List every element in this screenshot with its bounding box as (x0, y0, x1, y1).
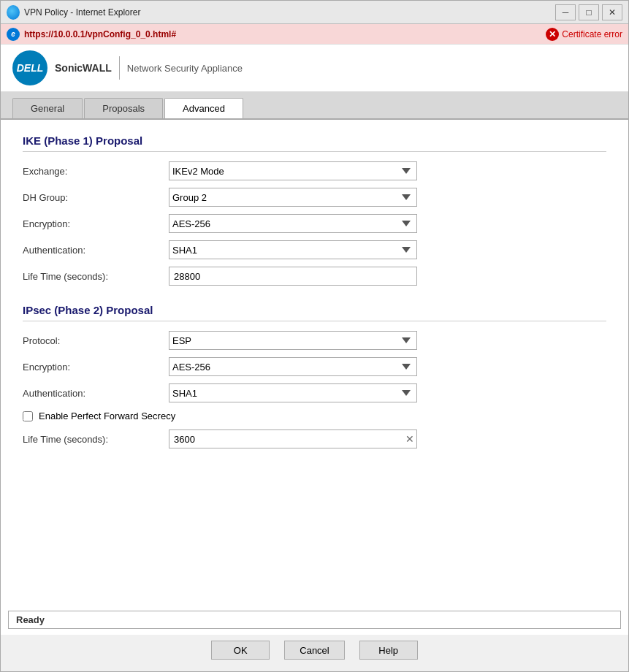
phase2-encryption-label: Encryption: (23, 362, 169, 373)
phase2-encryption-select[interactable]: DES 3DES AES-128 AES-192 AES-256 (169, 357, 417, 376)
protocol-row: Protocol: ESP AH (23, 330, 606, 351)
phase2-lifetime-control: ✕ (169, 429, 417, 448)
phase2-lifetime-input[interactable] (169, 429, 417, 448)
sonicwall-text: SonicWALL (55, 62, 112, 74)
phase2-encryption-row: Encryption: DES 3DES AES-128 AES-192 AES… (23, 356, 606, 377)
phase2-header: IPsec (Phase 2) Proposal (23, 304, 606, 321)
phase2-encryption-control: DES 3DES AES-128 AES-192 AES-256 (169, 357, 417, 376)
tab-general[interactable]: General (12, 98, 83, 118)
phase2-lifetime-wrapper: ✕ (169, 429, 417, 448)
dh-group-control: Group 1 Group 2 Group 5 Group 14 (169, 188, 417, 207)
exchange-row: Exchange: IKEv2 Mode IKEv1 Mode Aggressi… (23, 161, 606, 181)
phase2-auth-label: Authentication: (23, 388, 169, 399)
tabs: General Proposals Advanced (12, 98, 617, 118)
address-url[interactable]: https://10.0.0.1/vpnConfig_0_0.html# (24, 29, 546, 39)
phase1-auth-control: MD5 SHA1 SHA256 SHA384 SHA512 (169, 240, 417, 259)
protocol-control: ESP AH (169, 331, 417, 350)
product-name: Network Security Appliance (127, 63, 243, 74)
content-area: IKE (Phase 1) Proposal Exchange: IKEv2 M… (1, 120, 628, 611)
phase2-auth-row: Authentication: MD5 SHA1 SHA256 SHA384 S… (23, 383, 606, 403)
dell-logo: DELL (12, 50, 47, 85)
protocol-select[interactable]: ESP AH (169, 331, 417, 350)
header-logo: DELL SonicWALL Network Security Applianc… (1, 45, 628, 92)
url-path: /vpnConfig_0_0.html# (85, 29, 176, 39)
phase1-auth-label: Authentication: (23, 245, 169, 256)
url-host: 10.0.0.1 (53, 29, 85, 39)
status-bar: Ready (8, 611, 621, 629)
tabs-container: General Proposals Advanced (1, 92, 628, 120)
phase1-header: IKE (Phase 1) Proposal (23, 134, 606, 152)
cert-error-icon: ✕ (546, 28, 559, 41)
status-text: Ready (16, 614, 45, 625)
dh-group-select[interactable]: Group 1 Group 2 Group 5 Group 14 (169, 188, 417, 207)
tab-proposals[interactable]: Proposals (84, 98, 163, 118)
cancel-button[interactable]: Cancel (284, 641, 344, 660)
phase1-lifetime-control (169, 267, 417, 286)
phase2-auth-control: MD5 SHA1 SHA256 SHA384 SHA512 (169, 383, 417, 402)
pfs-label: Enable Perfect Forward Secrecy (39, 411, 175, 421)
phase1-encryption-control: DES 3DES AES-128 AES-192 AES-256 (169, 214, 417, 233)
phase1-lifetime-label: Life Time (seconds): (23, 271, 169, 282)
address-bar: e https://10.0.0.1/vpnConfig_0_0.html# ✕… (1, 24, 628, 45)
pfs-row: Enable Perfect Forward Secrecy (23, 411, 606, 421)
ie-address-icon: e (7, 28, 20, 41)
phase1-auth-row: Authentication: MD5 SHA1 SHA256 SHA384 S… (23, 240, 606, 260)
title-bar: VPN Policy - Internet Explorer ─ □ ✕ (1, 1, 628, 24)
phase1-lifetime-row: Life Time (seconds): (23, 266, 606, 286)
phase1-section: IKE (Phase 1) Proposal Exchange: IKEv2 M… (23, 134, 606, 286)
cert-error-area: ✕ Certificate error (546, 28, 622, 41)
pfs-checkbox[interactable] (23, 411, 33, 421)
dh-group-label: DH Group: (23, 192, 169, 203)
phase2-auth-select[interactable]: MD5 SHA1 SHA256 SHA384 SHA512 (169, 383, 417, 402)
phase2-lifetime-label: Life Time (seconds): (23, 434, 169, 445)
phase1-encryption-label: Encryption: (23, 218, 169, 229)
phase2-section: IPsec (Phase 2) Proposal Protocol: ESP A… (23, 304, 606, 449)
help-button[interactable]: Help (359, 641, 418, 660)
window-title: VPN Policy - Internet Explorer (24, 7, 555, 18)
exchange-control: IKEv2 Mode IKEv1 Mode Aggressive Mode (169, 161, 417, 180)
maximize-button[interactable]: □ (579, 4, 599, 20)
minimize-button[interactable]: ─ (555, 4, 576, 20)
main-window: VPN Policy - Internet Explorer ─ □ ✕ e h… (0, 0, 629, 672)
ok-button[interactable]: OK (211, 641, 270, 660)
dh-group-row: DH Group: Group 1 Group 2 Group 5 Group … (23, 187, 606, 207)
window-controls: ─ □ ✕ (555, 4, 622, 20)
button-bar: OK Cancel Help (1, 635, 628, 671)
phase1-lifetime-input[interactable] (169, 267, 417, 286)
phase2-lifetime-row: Life Time (seconds): ✕ (23, 429, 606, 449)
exchange-select[interactable]: IKEv2 Mode IKEv1 Mode Aggressive Mode (169, 161, 417, 180)
clear-lifetime-button[interactable]: ✕ (405, 434, 414, 444)
close-button[interactable]: ✕ (602, 4, 622, 20)
cert-error-text: Certificate error (562, 29, 622, 39)
url-prefix: https:// (24, 29, 53, 39)
protocol-label: Protocol: (23, 335, 169, 346)
ie-logo (7, 6, 20, 19)
phase1-encryption-row: Encryption: DES 3DES AES-128 AES-192 AES… (23, 213, 606, 234)
dell-logo-text: DELL (17, 62, 44, 74)
logo-divider (119, 56, 120, 80)
phase1-encryption-select[interactable]: DES 3DES AES-128 AES-192 AES-256 (169, 214, 417, 233)
phase1-auth-select[interactable]: MD5 SHA1 SHA256 SHA384 SHA512 (169, 240, 417, 259)
tab-advanced[interactable]: Advanced (164, 98, 243, 118)
exchange-label: Exchange: (23, 166, 169, 177)
